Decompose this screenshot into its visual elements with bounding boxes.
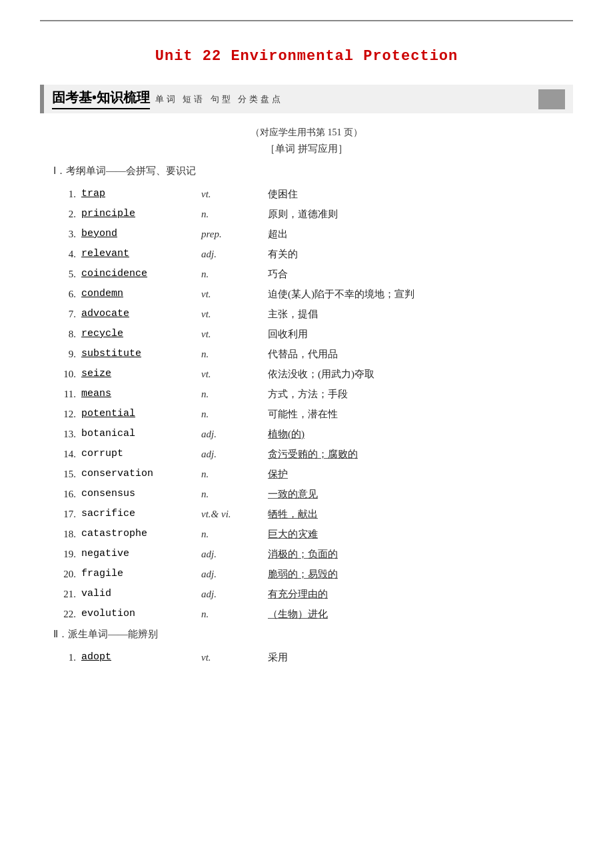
word-meaning: 超出 xyxy=(265,224,560,244)
word-term: sacrifice xyxy=(79,504,199,524)
word-meaning: 采用 xyxy=(265,647,560,667)
list-item: 10.seizevt.依法没收；(用武力)夺取 xyxy=(53,364,560,384)
list-item: 1.trapvt.使困住 xyxy=(53,184,560,204)
word-meaning: 代替品，代用品 xyxy=(265,344,560,364)
word-term: corrupt xyxy=(79,444,199,464)
word-number: 2. xyxy=(53,204,79,224)
word-term: beyond xyxy=(79,224,199,244)
word-meaning: 使困住 xyxy=(265,184,560,204)
word-term: recycle xyxy=(79,324,199,344)
word-number: 12. xyxy=(53,404,79,424)
word-pos: n. xyxy=(199,204,265,224)
word-number: 1. xyxy=(53,184,79,204)
word-term: condemn xyxy=(79,284,199,304)
word-pos: n. xyxy=(199,384,265,404)
word-number: 10. xyxy=(53,364,79,384)
word-number: 18. xyxy=(53,524,79,544)
section-header-sub: 单词 短语 句型 分类盘点 xyxy=(155,93,283,105)
content-area: （对应学生用书第 151 页） ［单词 拼写应用］ Ⅰ．考纲单词——会拼写、要识… xyxy=(53,127,560,667)
word-term: potential xyxy=(79,404,199,424)
word-pos: prep. xyxy=(199,224,265,244)
word-number: 15. xyxy=(53,464,79,484)
word-pos: adj. xyxy=(199,584,265,604)
word-pos: adj. xyxy=(199,444,265,464)
word-term: consensus xyxy=(79,484,199,504)
word-meaning: 贪污受贿的；腐败的 xyxy=(265,444,560,464)
word-pos: n. xyxy=(199,464,265,484)
list-item: 22.evolutionn.（生物）进化 xyxy=(53,604,560,624)
word-pos: n. xyxy=(199,604,265,624)
list-item: 12.potentialn.可能性，潜在性 xyxy=(53,404,560,424)
word-number: 17. xyxy=(53,504,79,524)
word-number: 14. xyxy=(53,444,79,464)
word-meaning: 保护 xyxy=(265,464,560,484)
word-number: 20. xyxy=(53,564,79,584)
word-meaning: 巧合 xyxy=(265,264,560,284)
list-item: 19.negativeadj.消极的；负面的 xyxy=(53,544,560,564)
word-meaning: 主张，提倡 xyxy=(265,304,560,324)
word-meaning: 消极的；负面的 xyxy=(265,544,560,564)
word-number: 1. xyxy=(53,647,79,667)
word-term: negative xyxy=(79,544,199,564)
section-header-decoration xyxy=(538,89,565,109)
word-term: advocate xyxy=(79,304,199,324)
word-term: botanical xyxy=(79,424,199,444)
word-pos: vt.& vi. xyxy=(199,504,265,524)
word-number: 11. xyxy=(53,384,79,404)
word-pos: adj. xyxy=(199,544,265,564)
list-item: 7.advocatevt.主张，提倡 xyxy=(53,304,560,324)
list-item: 5.coincidencen.巧合 xyxy=(53,264,560,284)
list-item: 8.recyclevt.回收利用 xyxy=(53,324,560,344)
list-item: 18.catastrophen.巨大的灾难 xyxy=(53,524,560,544)
word-term: fragile xyxy=(79,564,199,584)
word-number: 7. xyxy=(53,304,79,324)
list-item: 4.relevantadj.有关的 xyxy=(53,244,560,264)
word-term: substitute xyxy=(79,344,199,364)
word-number: 3. xyxy=(53,224,79,244)
word-pos: adj. xyxy=(199,564,265,584)
word-meaning: 方式，方法；手段 xyxy=(265,384,560,404)
word-meaning: 依法没收；(用武力)夺取 xyxy=(265,364,560,384)
list-item: 17.sacrificevt.& vi.牺牲，献出 xyxy=(53,504,560,524)
word-term: seize xyxy=(79,364,199,384)
section-header: 固考基•知识梳理 单词 短语 句型 分类盘点 xyxy=(40,85,573,113)
word-number: 6. xyxy=(53,284,79,304)
word-number: 16. xyxy=(53,484,79,504)
word-number: 22. xyxy=(53,604,79,624)
word-number: 5. xyxy=(53,264,79,284)
word-section-title: ［单词 拼写应用］ xyxy=(53,143,560,155)
section-header-main: 固考基•知识梳理 xyxy=(52,89,150,109)
top-line xyxy=(40,20,573,21)
list-item: 16.consensusn.一致的意见 xyxy=(53,484,560,504)
list-item: 20.fragileadj.脆弱的；易毁的 xyxy=(53,564,560,584)
word-term: trap xyxy=(79,184,199,204)
word-number: 4. xyxy=(53,244,79,264)
word-term: catastrophe xyxy=(79,524,199,544)
word-term: coincidence xyxy=(79,264,199,284)
page-ref: （对应学生用书第 151 页） xyxy=(53,127,560,139)
roman-section-1: Ⅰ．考纲单词——会拼写、要识记 xyxy=(53,165,560,177)
list-item: 11.meansn.方式，方法；手段 xyxy=(53,384,560,404)
word-pos: vt. xyxy=(199,647,265,667)
word-meaning: 牺牲，献出 xyxy=(265,504,560,524)
list-item: 3.beyondprep.超出 xyxy=(53,224,560,244)
word-term: evolution xyxy=(79,604,199,624)
list-item: 15.conservationn.保护 xyxy=(53,464,560,484)
word-term: principle xyxy=(79,204,199,224)
word-pos: vt. xyxy=(199,364,265,384)
word-term: relevant xyxy=(79,244,199,264)
word-table-1: 1.trapvt.使困住2.principlen.原则，道德准则3.beyond… xyxy=(53,184,560,624)
list-item: 13.botanicaladj.植物(的) xyxy=(53,424,560,444)
word-term: valid xyxy=(79,584,199,604)
word-pos: n. xyxy=(199,404,265,424)
roman-section-2: Ⅱ．派生单词——能辨别 xyxy=(53,628,560,641)
list-item: 6.condemnvt.迫使(某人)陷于不幸的境地；宣判 xyxy=(53,284,560,304)
word-meaning: 可能性，潜在性 xyxy=(265,404,560,424)
list-item: 9.substituten.代替品，代用品 xyxy=(53,344,560,364)
word-pos: adj. xyxy=(199,244,265,264)
word-meaning: （生物）进化 xyxy=(265,604,560,624)
word-meaning: 脆弱的；易毁的 xyxy=(265,564,560,584)
word-meaning: 一致的意见 xyxy=(265,484,560,504)
word-term: means xyxy=(79,384,199,404)
word-pos: n. xyxy=(199,264,265,284)
